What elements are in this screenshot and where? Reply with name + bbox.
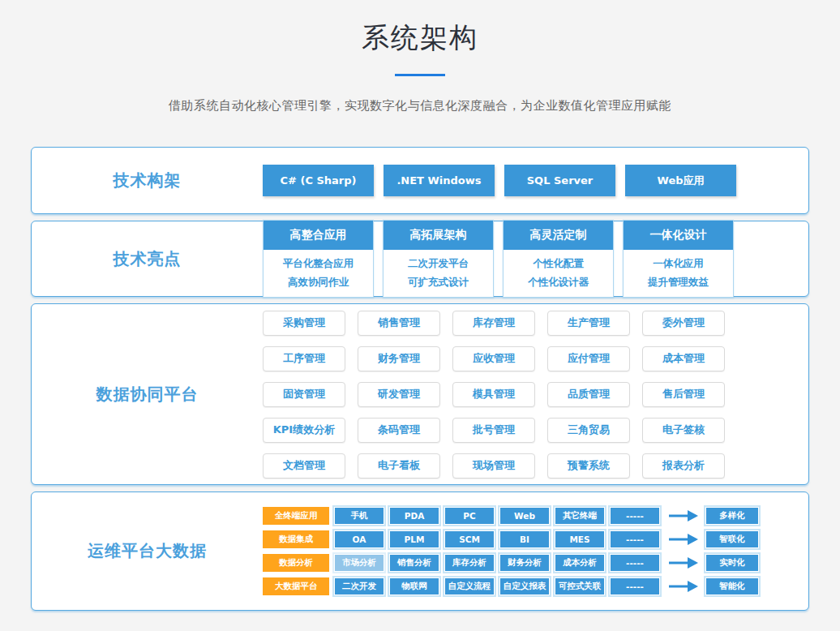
module-chip[interactable]: 批号管理 [452,418,535,443]
module-chip[interactable]: 售后管理 [642,382,725,407]
bigdata-item: 财务分析 [499,554,550,572]
title-divider [395,74,445,76]
tech-button-web[interactable]: Web应用 [625,165,736,196]
bigdata-row-terminals: 全终端应用 手机 PDA PC Web 其它终端 ----- 多样化 [263,507,759,525]
bigdata-item-ellipsis: ----- [610,554,660,572]
section-highlights: 技术亮点 高整合应用 平台化整合应用 高效协同作业 高拓展架构 二次开发平台 可… [31,221,809,297]
page-header: 系统架构 借助系统自动化核心管理引擎，实现数字化与信息化深度融合，为企业数值化管… [0,0,840,114]
highlight-card-body: 二次开发平台 可扩充式设计 [384,250,493,297]
tech-button-csharp[interactable]: C# (C Sharp) [263,165,374,196]
section-platform: 数据协同平台 采购管理 销售管理 库存管理 生产管理 委外管理 工序管理 财务管… [31,303,809,485]
module-chip[interactable]: 财务管理 [358,346,440,371]
tech-stack-buttons: C# (C Sharp) .NET Windows SQL Server Web… [263,165,736,196]
module-chip[interactable]: 工序管理 [263,346,345,371]
page-title: 系统架构 [0,19,840,57]
bigdata-category: 全终端应用 [263,507,329,525]
module-chip[interactable]: 预警系统 [547,453,630,479]
highlight-card: 高拓展架构 二次开发平台 可扩充式设计 [383,220,494,298]
bigdata-item: 自定义报表 [499,577,550,595]
bigdata-rows: 全终端应用 手机 PDA PC Web 其它终端 ----- 多样化 数据集成 … [263,507,759,595]
highlight-card: 高灵活定制 个性化配置 个性化设计器 [503,220,614,298]
page-subtitle: 借助系统自动化核心管理引擎，实现数字化与信息化深度融合，为企业数值化管理应用赋能 [0,98,840,114]
tech-button-sqlserver[interactable]: SQL Server [504,165,615,196]
bigdata-item: PC [444,507,495,525]
highlight-card-title: 一体化设计 [624,221,733,250]
section-highlights-label: 技术亮点 [32,248,263,270]
highlight-card: 一体化设计 一体化应用 提升管理效益 [623,220,734,298]
module-chip[interactable]: 电子签核 [642,418,725,443]
bigdata-result: 智联化 [705,530,759,548]
section-bigdata: 运维平台大数据 全终端应用 手机 PDA PC Web 其它终端 ----- 多… [31,491,809,611]
bigdata-result: 多样化 [705,507,759,525]
highlight-card-line: 高效协同作业 [264,273,373,291]
module-chip[interactable]: 文档管理 [263,453,345,479]
highlight-card-body: 一体化应用 提升管理效益 [624,250,733,297]
highlight-card-line: 个性化设计器 [504,273,613,291]
panels-container: 技术构架 C# (C Sharp) .NET Windows SQL Serve… [0,147,840,611]
platform-modules-grid: 采购管理 销售管理 库存管理 生产管理 委外管理 工序管理 财务管理 应收管理 … [263,311,725,479]
highlight-card-line: 提升管理效益 [624,273,733,291]
module-chip[interactable]: 采购管理 [263,311,345,336]
bigdata-item-ellipsis: ----- [610,507,660,525]
module-chip[interactable]: 销售管理 [358,311,440,336]
module-chip[interactable]: 现场管理 [452,453,535,479]
bigdata-category: 大数据平台 [263,577,329,595]
bigdata-item: OA [334,530,384,548]
bigdata-item-ellipsis: ----- [610,577,660,595]
highlight-card-line: 个性化配置 [504,254,613,273]
module-chip[interactable]: 报表分析 [642,453,725,479]
module-chip[interactable]: 委外管理 [642,311,725,336]
section-bigdata-label: 运维平台大数据 [32,540,263,562]
bigdata-item: BI [499,530,550,548]
bigdata-row-platform: 大数据平台 二次开发 物联网 自定义流程 自定义报表 可控式关联 ----- 智… [263,577,759,595]
module-chip[interactable]: KPI绩效分析 [263,418,345,443]
highlight-cards: 高整合应用 平台化整合应用 高效协同作业 高拓展架构 二次开发平台 可扩充式设计… [263,220,734,298]
module-chip[interactable]: 条码管理 [358,418,440,443]
module-chip[interactable]: 固资管理 [263,382,345,407]
highlight-card-title: 高拓展架构 [384,221,493,250]
bigdata-item: SCM [444,530,495,548]
highlight-card-title: 高整合应用 [264,221,373,250]
bigdata-row-analysis: 数据分析 市场分析 销售分析 库存分析 财务分析 成本分析 ----- 实时化 [263,554,759,572]
highlight-card-line: 一体化应用 [624,254,733,273]
module-chip[interactable]: 库存管理 [452,311,535,336]
module-chip[interactable]: 研发管理 [358,382,440,407]
arrow-right-icon [669,580,698,593]
highlight-card-body: 平台化整合应用 高效协同作业 [264,250,373,297]
module-chip[interactable]: 电子看板 [358,453,440,479]
highlight-card-title: 高灵活定制 [504,221,613,250]
highlight-card-line: 可扩充式设计 [384,273,493,291]
bigdata-category: 数据分析 [263,554,329,572]
module-chip[interactable]: 品质管理 [547,382,630,407]
section-tech-stack-label: 技术构架 [32,170,263,191]
module-chip[interactable]: 三角贸易 [547,418,630,443]
bigdata-item: 市场分析 [334,554,384,572]
bigdata-category: 数据集成 [263,530,329,548]
highlight-card-line: 平台化整合应用 [264,254,373,273]
bigdata-item: PLM [389,530,439,548]
bigdata-item: Web [499,507,550,525]
bigdata-item: 可控式关联 [555,577,605,595]
highlight-card-body: 个性化配置 个性化设计器 [504,250,613,297]
bigdata-item-ellipsis: ----- [610,530,660,548]
bigdata-result: 实时化 [705,554,759,572]
module-chip[interactable]: 成本管理 [642,346,725,371]
bigdata-item: 成本分析 [555,554,605,572]
module-chip[interactable]: 应收管理 [452,346,535,371]
bigdata-item: 手机 [334,507,384,525]
bigdata-item: 其它终端 [555,507,605,525]
section-platform-label: 数据协同平台 [32,384,263,406]
tech-button-dotnet[interactable]: .NET Windows [384,165,495,196]
bigdata-item: 销售分析 [389,554,439,572]
module-chip[interactable]: 应付管理 [547,346,630,371]
bigdata-item: PDA [389,507,439,525]
highlight-card: 高整合应用 平台化整合应用 高效协同作业 [263,220,374,298]
module-chip[interactable]: 生产管理 [547,311,630,336]
bigdata-item: MES [555,530,605,548]
bigdata-item: 库存分析 [444,554,495,572]
module-chip[interactable]: 模具管理 [452,382,535,407]
bigdata-item: 自定义流程 [444,577,495,595]
bigdata-item: 物联网 [389,577,439,595]
highlight-card-line: 二次开发平台 [384,254,493,273]
bigdata-row-integration: 数据集成 OA PLM SCM BI MES ----- 智联化 [263,530,759,548]
